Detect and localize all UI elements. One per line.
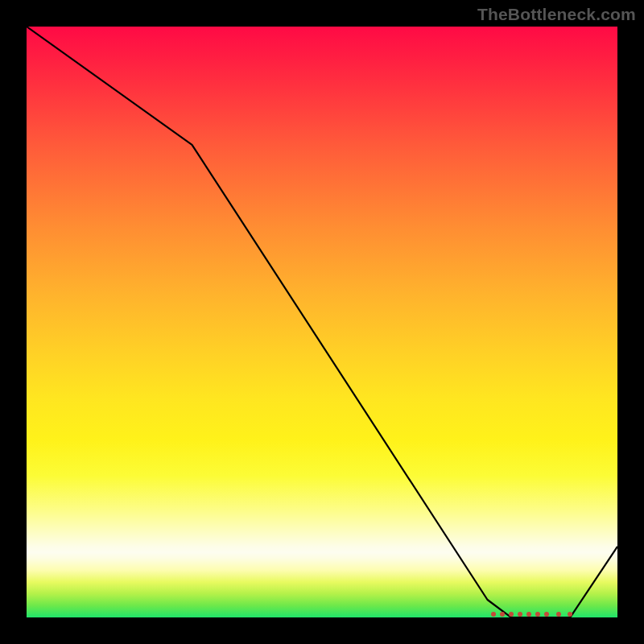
marker-dot	[544, 612, 549, 617]
marker-dot	[526, 612, 531, 617]
marker-dot	[518, 612, 522, 617]
marker-dot	[500, 612, 505, 617]
plot-area	[27, 27, 617, 617]
credit-text: TheBottleneck.com	[477, 5, 636, 24]
marker-dot	[556, 612, 561, 617]
bottom-markers	[27, 27, 617, 617]
marker-dot	[509, 612, 514, 617]
marker-dot	[568, 612, 572, 617]
chart-frame: TheBottleneck.com	[0, 0, 644, 644]
marker-dot	[535, 612, 540, 617]
marker-dot	[491, 612, 496, 617]
